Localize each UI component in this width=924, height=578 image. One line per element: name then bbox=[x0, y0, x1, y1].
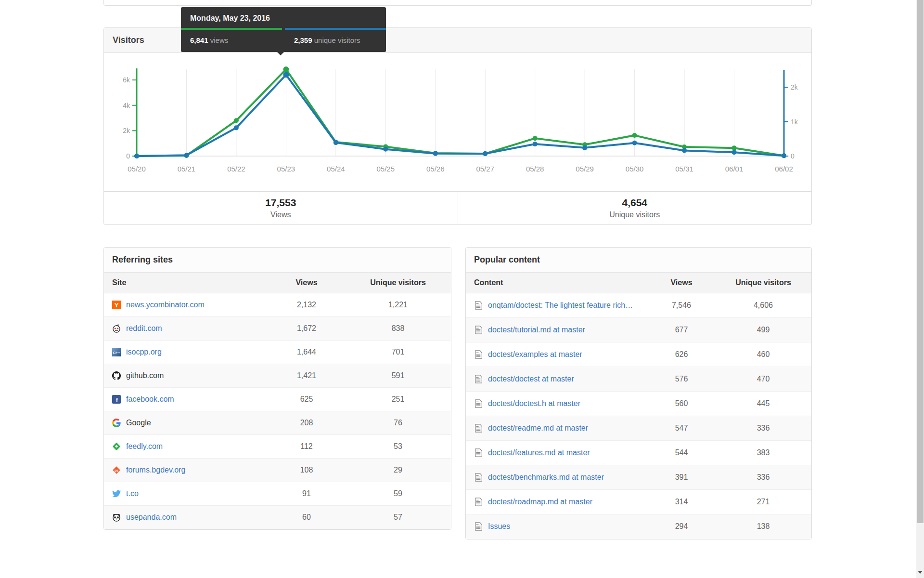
views-count: 91 bbox=[268, 482, 345, 506]
unique-visitors-count: 838 bbox=[345, 317, 451, 341]
popular-content-link[interactable]: doctest/tutorial.md at master bbox=[488, 326, 585, 334]
svg-text:05/21: 05/21 bbox=[178, 165, 196, 173]
popular-content-link[interactable]: doctest/examples at master bbox=[488, 350, 582, 359]
svg-text:4k: 4k bbox=[123, 102, 130, 109]
file-icon bbox=[474, 399, 483, 408]
svg-text:06/02: 06/02 bbox=[775, 165, 793, 173]
popular-content-link[interactable]: onqtam/doctest: The lightest feature ric… bbox=[488, 301, 633, 310]
svg-text:05/25: 05/25 bbox=[377, 165, 395, 173]
referring-site-link[interactable]: isocpp.org bbox=[126, 348, 162, 356]
views-count: 1,644 bbox=[268, 341, 345, 364]
referring-site-link[interactable]: t.co bbox=[126, 489, 139, 498]
table-row: doctest/roadmap.md at master314271 bbox=[466, 490, 811, 514]
popular-content-link[interactable]: doctest/roadmap.md at master bbox=[488, 498, 592, 506]
table-row: doctest/readme.md at master547336 bbox=[466, 416, 811, 441]
chart-tooltip: Monday, May 23, 2016 6,841 views 2,359 u… bbox=[181, 7, 386, 52]
column-header-unique: Unique visitors bbox=[345, 273, 451, 293]
svg-text:2k: 2k bbox=[123, 127, 130, 134]
table-row: doctest/doctest.h at master560445 bbox=[466, 392, 811, 416]
views-count: 391 bbox=[648, 465, 715, 490]
popular-content-link[interactable]: doctest/doctest at master bbox=[488, 375, 574, 383]
column-header-views: Views bbox=[268, 273, 345, 293]
traffic-page: Visitors 6k4k2k02k1k005/2005/2105/2205/2… bbox=[0, 0, 924, 578]
scrollbar-down-button[interactable] bbox=[916, 570, 924, 577]
table-row: reddit.com1,672838 bbox=[104, 317, 451, 341]
referring-site-link[interactable]: reddit.com bbox=[126, 324, 162, 333]
svg-text:05/30: 05/30 bbox=[626, 165, 644, 173]
chart-summary-row: 17,553 Views 4,654 Unique visitors bbox=[104, 191, 811, 224]
views-count: 576 bbox=[648, 367, 715, 392]
svg-text:05/20: 05/20 bbox=[128, 165, 146, 173]
table-row: doctest/benchmarks.md at master391336 bbox=[466, 465, 811, 490]
popular-content-link[interactable]: doctest/readme.md at master bbox=[488, 424, 588, 433]
unique-visitors-count: 4,606 bbox=[715, 293, 811, 318]
total-views-stat: 17,553 Views bbox=[104, 192, 458, 224]
referring-site-link[interactable]: news.ycombinator.com bbox=[126, 301, 205, 309]
unique-visitors-count: 383 bbox=[715, 441, 811, 465]
file-icon bbox=[474, 375, 483, 383]
svg-text:1k: 1k bbox=[791, 118, 798, 126]
svg-text:Y: Y bbox=[115, 302, 119, 309]
popular-content-link[interactable]: Issues bbox=[488, 522, 510, 531]
popular-content-link[interactable]: doctest/features.md at master bbox=[488, 448, 590, 457]
referring-site-link[interactable]: facebook.com bbox=[126, 395, 174, 404]
visitors-chart[interactable]: 6k4k2k02k1k005/2005/2105/2205/2305/2405/… bbox=[104, 56, 811, 192]
referring-site-link: Google bbox=[126, 419, 151, 427]
file-icon bbox=[474, 424, 483, 433]
table-row: Ynews.ycombinator.com2,1321,221 bbox=[104, 293, 451, 317]
popular-content-link[interactable]: doctest/benchmarks.md at master bbox=[488, 473, 604, 482]
visitors-line-chart[interactable]: 6k4k2k02k1k005/2005/2105/2205/2305/2405/… bbox=[104, 56, 811, 192]
column-header-views: Views bbox=[648, 273, 715, 293]
file-icon bbox=[474, 350, 483, 359]
feedly-favicon bbox=[112, 442, 121, 451]
facebook-favicon: f bbox=[112, 395, 121, 404]
panda-favicon bbox=[112, 513, 121, 522]
unique-visitors-count: 271 bbox=[715, 490, 811, 514]
popular-content-title: Popular content bbox=[466, 248, 811, 273]
vertical-scrollbar[interactable] bbox=[916, 0, 924, 578]
svg-text:05/27: 05/27 bbox=[476, 165, 494, 173]
svg-text:f: f bbox=[116, 396, 118, 404]
table-row: ffacebook.com625251 bbox=[104, 388, 451, 411]
file-icon bbox=[474, 522, 483, 531]
unique-visitors-count: 336 bbox=[715, 465, 811, 490]
svg-text:05/31: 05/31 bbox=[675, 165, 693, 173]
views-count: 1,421 bbox=[268, 364, 345, 388]
referring-site-link[interactable]: feedly.com bbox=[126, 442, 163, 451]
unique-visitors-count: 470 bbox=[715, 367, 811, 392]
table-row: t.co9159 bbox=[104, 482, 451, 506]
popular-content-table: Content Views Unique visitors onqtam/doc… bbox=[466, 273, 811, 539]
unique-visitors-count: 251 bbox=[345, 388, 451, 411]
svg-text:05/24: 05/24 bbox=[327, 165, 345, 173]
svg-text:C++: C++ bbox=[113, 351, 120, 355]
unique-visitors-count: 460 bbox=[715, 342, 811, 367]
referring-site-link[interactable]: forums.bgdev.org bbox=[126, 466, 185, 474]
views-count: 294 bbox=[648, 514, 715, 539]
unique-visitors-count: 57 bbox=[345, 506, 451, 529]
tooltip-unique-value: 2,359 bbox=[294, 36, 312, 44]
total-views-value: 17,553 bbox=[104, 197, 458, 209]
clones-panel-fragment bbox=[103, 0, 812, 6]
svg-text:05/22: 05/22 bbox=[227, 165, 245, 173]
views-count: 677 bbox=[648, 318, 715, 342]
table-row: C++isocpp.org1,644701 bbox=[104, 341, 451, 364]
views-count: 112 bbox=[268, 435, 345, 459]
table-row: doctest/features.md at master544383 bbox=[466, 441, 811, 465]
google-favicon bbox=[112, 419, 121, 427]
referring-site-link[interactable]: usepanda.com bbox=[126, 513, 177, 522]
unique-visitors-count: 591 bbox=[345, 364, 451, 388]
file-icon bbox=[474, 448, 483, 457]
unique-visitors-count: 138 bbox=[715, 514, 811, 539]
column-header-unique: Unique visitors bbox=[715, 273, 811, 293]
popular-content-panel: Popular content Content Views Unique vis… bbox=[465, 247, 812, 539]
svg-text:06/01: 06/01 bbox=[725, 165, 744, 173]
scrollbar-thumb[interactable] bbox=[917, 0, 924, 523]
total-unique-stat: 4,654 Unique visitors bbox=[458, 192, 812, 224]
tooltip-views-value: 6,841 bbox=[190, 36, 208, 44]
svg-text:2k: 2k bbox=[791, 83, 798, 91]
views-count: 314 bbox=[648, 490, 715, 514]
tooltip-views-cell: 6,841 views bbox=[181, 28, 282, 52]
svg-text:05/26: 05/26 bbox=[426, 165, 445, 173]
popular-content-link[interactable]: doctest/doctest.h at master bbox=[488, 399, 580, 408]
total-views-label: Views bbox=[104, 210, 458, 219]
